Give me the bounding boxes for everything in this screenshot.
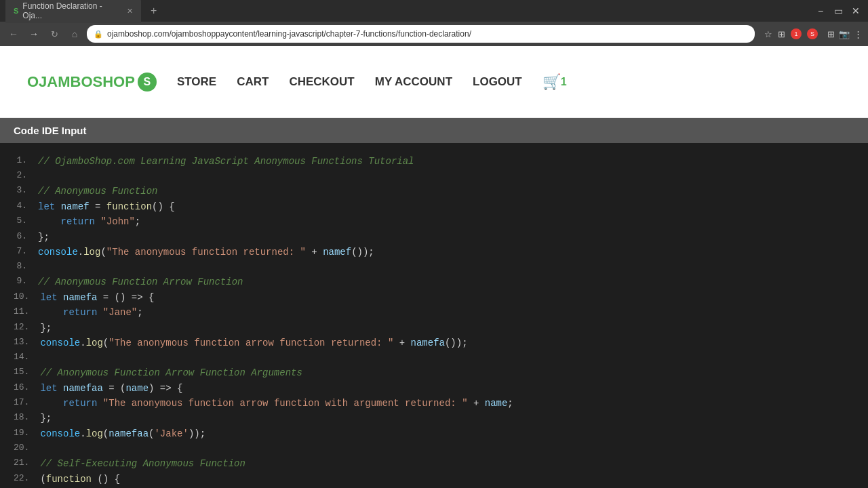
close-button[interactable]: ✕ xyxy=(849,5,863,16)
rss-icon[interactable]: ⊞ xyxy=(778,29,785,39)
new-tab-button[interactable]: + xyxy=(146,5,161,17)
code-line-12: 12. }; xyxy=(14,321,868,336)
line-content-3: // Anonymous Function xyxy=(38,184,157,199)
extension-badge-1[interactable]: 1 xyxy=(791,28,802,39)
line-num-20: 20. xyxy=(14,441,40,456)
line-num-2: 2. xyxy=(14,169,38,184)
code-line-4: 4. let namef = function() { xyxy=(14,199,868,214)
code-line-20: 20. xyxy=(14,441,868,456)
browser-extension-actions: ☆ ⊞ 1 S xyxy=(764,28,818,39)
site-logo[interactable]: OJAMBOSHOP S xyxy=(27,73,157,92)
line-content-16: let namefaa = (name) => { xyxy=(40,381,182,396)
line-num-17: 17. xyxy=(14,396,40,411)
line-num-6: 6. xyxy=(14,230,38,245)
home-button[interactable]: ⌂ xyxy=(66,28,83,39)
code-line-15: 15. // Anonymous Function Arrow Function… xyxy=(14,365,868,380)
line-num-5: 5. xyxy=(14,214,38,229)
cart-button[interactable]: 🛒 1 xyxy=(542,73,567,91)
code-line-13: 13. console.log("The anonymous function … xyxy=(14,336,868,350)
line-num-11: 11. xyxy=(14,305,40,320)
line-content-9: // Anonymous Function Arrow Function xyxy=(38,274,243,289)
screenshot-button[interactable]: 📷 xyxy=(839,29,850,39)
browser-tab[interactable]: S Function Declaration - Oja... ✕ xyxy=(5,0,141,23)
code-line-17: 17. return "The anonymous function arrow… xyxy=(14,396,868,411)
line-content-1: // OjamboShop.com Learning JavaScript An… xyxy=(38,154,414,169)
code-line-2: 2. xyxy=(14,169,868,184)
browser-toolbar: ← → ↻ ⌂ 🔒 ojamboshop.com/ojamboshoppayco… xyxy=(0,22,868,46)
code-ide-header: Code IDE Input xyxy=(0,118,868,143)
line-content-4: let namef = function() { xyxy=(38,199,175,214)
line-num-8: 8. xyxy=(14,260,38,274)
line-num-14: 14. xyxy=(14,350,40,365)
line-content-7: console.log("The anonymous function retu… xyxy=(38,245,374,260)
code-line-19: 19. console.log(namefaa('Jake')); xyxy=(14,426,868,441)
line-num-16: 16. xyxy=(14,381,40,396)
address-bar[interactable]: 🔒 ojamboshop.com/ojamboshoppaycontent/le… xyxy=(87,25,755,43)
settings-icon[interactable]: ⋮ xyxy=(854,29,863,39)
line-content-15: // Anonymous Function Arrow Function Arg… xyxy=(40,365,302,380)
nav-cart[interactable]: CART xyxy=(237,75,269,89)
sidebar-toggle[interactable]: ⊞ xyxy=(827,29,835,39)
line-num-13: 13. xyxy=(14,336,40,350)
nav-store[interactable]: STORE xyxy=(177,75,216,89)
line-content-6: }; xyxy=(38,230,50,245)
code-line-8: 8. xyxy=(14,260,868,274)
code-line-9: 9. // Anonymous Function Arrow Function xyxy=(14,274,868,289)
nav-logout[interactable]: LOGOUT xyxy=(473,75,522,89)
tab-favicon: S xyxy=(14,7,18,15)
logo-text: OJAMBOSHOP xyxy=(27,73,135,91)
nav-myaccount[interactable]: MY ACCOUNT xyxy=(375,75,452,89)
reload-button[interactable]: ↻ xyxy=(46,29,62,39)
maximize-button[interactable]: ▭ xyxy=(831,5,845,16)
code-line-22: 22. (function () { xyxy=(14,472,868,487)
site-navigation: OJAMBOSHOP S STORE CART CHECKOUT MY ACCO… xyxy=(0,46,868,118)
code-line-7: 7. console.log("The anonymous function r… xyxy=(14,245,868,260)
line-num-10: 10. xyxy=(14,290,40,305)
forward-button[interactable]: → xyxy=(26,28,42,39)
code-line-1: 1. // OjamboShop.com Learning JavaScript… xyxy=(14,154,868,169)
code-ide-section: Code IDE Input 1. // OjamboShop.com Lear… xyxy=(0,118,868,488)
line-num-3: 3. xyxy=(14,184,38,199)
minimize-button[interactable]: − xyxy=(814,5,827,16)
code-ide-body[interactable]: 1. // OjamboShop.com Learning JavaScript… xyxy=(0,143,868,488)
security-icon: 🔒 xyxy=(94,30,103,39)
cart-count: 1 xyxy=(561,76,567,88)
nav-checkout[interactable]: CHECKOUT xyxy=(289,75,354,89)
code-line-6: 6. }; xyxy=(14,230,868,245)
line-num-4: 4. xyxy=(14,199,38,214)
line-content-21: // Self-Executing Anonymous Function xyxy=(40,456,245,471)
line-num-19: 19. xyxy=(14,426,40,441)
code-line-14: 14. xyxy=(14,350,868,365)
line-num-12: 12. xyxy=(14,321,40,336)
line-content-22: (function () { xyxy=(40,472,120,487)
line-content-19: console.log(namefaa('Jake')); xyxy=(40,426,205,441)
line-num-7: 7. xyxy=(14,245,38,260)
browser-titlebar: S Function Declaration - Oja... ✕ + − ▭ … xyxy=(0,0,868,22)
line-content-13: console.log("The anonymous function arro… xyxy=(40,336,467,350)
code-line-10: 10. let namefa = () => { xyxy=(14,290,868,305)
extension-badge-2[interactable]: S xyxy=(807,28,818,39)
line-content-12: }; xyxy=(40,321,52,336)
tab-close-button[interactable]: ✕ xyxy=(127,7,133,16)
star-icon[interactable]: ☆ xyxy=(764,29,772,39)
code-line-16: 16. let namefaa = (name) => { xyxy=(14,381,868,396)
code-line-3: 3. // Anonymous Function xyxy=(14,184,868,199)
browser-window: S Function Declaration - Oja... ✕ + − ▭ … xyxy=(0,0,868,46)
line-content-18: }; xyxy=(40,411,52,426)
code-line-5: 5. return "John"; xyxy=(14,214,868,229)
line-num-1: 1. xyxy=(14,154,38,169)
code-line-18: 18. }; xyxy=(14,411,868,426)
code-line-11: 11. return "Jane"; xyxy=(14,305,868,320)
line-content-11: return "Jane"; xyxy=(40,305,142,320)
line-content-5: return "John"; xyxy=(38,214,140,229)
line-num-21: 21. xyxy=(14,456,40,471)
url-text: ojamboshop.com/ojamboshoppaycontent/lear… xyxy=(107,29,471,39)
nav-links: STORE CART CHECKOUT MY ACCOUNT LOGOUT xyxy=(177,75,522,89)
line-num-18: 18. xyxy=(14,411,40,426)
code-line-21: 21. // Self-Executing Anonymous Function xyxy=(14,456,868,471)
back-button[interactable]: ← xyxy=(5,28,22,39)
line-num-22: 22. xyxy=(14,472,40,487)
line-content-10: let namefa = () => { xyxy=(40,290,154,305)
line-num-15: 15. xyxy=(14,365,40,380)
cart-icon: 🛒 xyxy=(542,73,561,91)
